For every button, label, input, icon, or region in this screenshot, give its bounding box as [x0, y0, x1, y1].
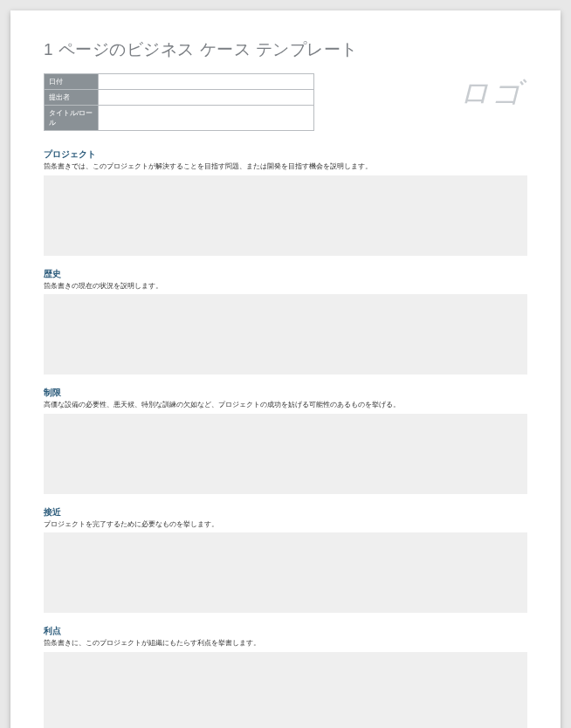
section-box-approach[interactable] — [44, 532, 527, 613]
section-box-project[interactable] — [44, 175, 527, 256]
section-history: 歴史 箇条書きの現在の状況を説明します。 — [44, 268, 527, 375]
meta-row-date: 日付 — [45, 74, 314, 90]
section-box-history[interactable] — [44, 294, 527, 374]
section-project: プロジェクト 箇条書きでは、このプロジェクトが解決することを目指す問題、または開… — [44, 148, 527, 256]
meta-table: 日付 提出者 タイトル/ロール — [44, 73, 314, 131]
header-row: 日付 提出者 タイトル/ロール ロゴ — [44, 73, 527, 131]
section-desc-approach: プロジェクトを完了するために必要なものを挙します。 — [44, 520, 527, 530]
meta-value-date[interactable] — [99, 74, 314, 90]
section-desc-history: 箇条書きの現在の状況を説明します。 — [44, 282, 527, 292]
section-benefits: 利点 箇条書きに、このプロジェクトが組織にもたらす利点を挙書します。 — [44, 625, 527, 728]
section-box-limitations[interactable] — [44, 414, 527, 494]
meta-value-submitter[interactable] — [99, 90, 314, 106]
section-limitations: 制限 高価な設備の必要性、悪天候、特別な訓練の欠如など、プロジェクトの成功を妨げ… — [44, 387, 527, 494]
section-desc-limitations: 高価な設備の必要性、悪天候、特別な訓練の欠如など、プロジェクトの成功を妨げる可能… — [44, 401, 527, 410]
section-heading-approach: 接近 — [44, 506, 527, 519]
meta-row-submitter: 提出者 — [45, 90, 314, 106]
document-page: 1 ページのビジネス ケース テンプレート 日付 提出者 タイトル/ロール ロゴ… — [10, 10, 561, 728]
meta-value-title-role[interactable] — [99, 106, 314, 131]
section-desc-benefits: 箇条書きに、このプロジェクトが組織にもたらす利点を挙書します。 — [44, 639, 527, 649]
meta-label-submitter: 提出者 — [45, 90, 99, 106]
section-approach: 接近 プロジェクトを完了するために必要なものを挙します。 — [44, 506, 527, 614]
section-box-benefits[interactable] — [44, 652, 527, 729]
meta-row-title-role: タイトル/ロール — [45, 106, 314, 131]
section-heading-benefits: 利点 — [44, 625, 527, 637]
section-heading-history: 歴史 — [44, 268, 527, 280]
section-heading-project: プロジェクト — [44, 148, 527, 161]
logo-placeholder: ロゴ — [459, 73, 527, 113]
section-desc-project: 箇条書きでは、このプロジェクトが解決することを目指す問題、または開発を目指す機会… — [44, 162, 527, 172]
section-heading-limitations: 制限 — [44, 387, 527, 399]
meta-label-title-role: タイトル/ロール — [45, 106, 99, 131]
page-title: 1 ページのビジネス ケース テンプレート — [44, 38, 527, 61]
meta-label-date: 日付 — [45, 74, 99, 90]
